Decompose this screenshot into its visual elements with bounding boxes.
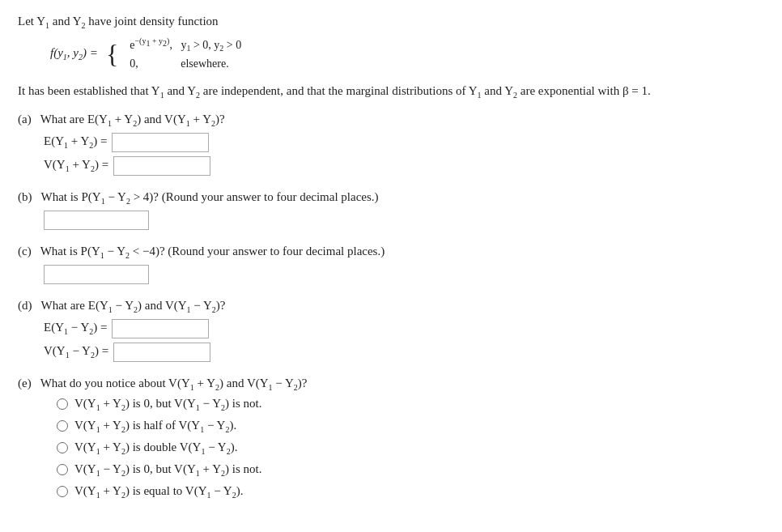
option-e-1[interactable]: V(Y1 + Y2) is 0, but V(Y1 − Y2) is not.: [57, 397, 764, 412]
option-e-4-text: V(Y1 − Y2) is 0, but V(Y1 + Y2) is not.: [74, 462, 261, 478]
part-c-label: (c) What is P(Y1 − Y2 < −4)? (Round your…: [18, 245, 764, 260]
and-word-4: and: [484, 84, 504, 97]
input-c-answer[interactable]: [44, 265, 149, 284]
option-e-2-text: V(Y1 + Y2) is half of V(Y1 − Y2).: [74, 419, 236, 434]
intro-line: Let Y1 and Y2 have joint density functio…: [18, 15, 764, 30]
input-a-expected[interactable]: [112, 133, 209, 152]
page-content: Let Y1 and Y2 have joint density functio…: [18, 15, 764, 500]
left-brace: {: [106, 41, 118, 67]
part-b-answer: [44, 211, 764, 230]
part-e-options: V(Y1 + Y2) is 0, but V(Y1 − Y2) is not. …: [57, 397, 764, 500]
radio-e-2[interactable]: [57, 420, 68, 432]
part-b-label: (b) What is P(Y1 − Y2 > 4)? (Round your …: [18, 190, 764, 206]
radio-e-1[interactable]: [57, 398, 68, 410]
formula-block: f(y1, y2) = { e−(y1 + y2), y1 > 0, y2 > …: [50, 35, 764, 74]
eq-a-2: V(Y1 + Y2) =: [44, 156, 764, 176]
established-text: It has been established that Y1 and Y2 a…: [18, 82, 764, 101]
eq-a-1: E(Y1 + Y2) =: [44, 133, 764, 152]
part-e: (e) What do you notice about V(Y1 + Y2) …: [18, 377, 764, 500]
option-e-5[interactable]: V(Y1 + Y2) is equal to V(Y1 − Y2).: [57, 484, 764, 500]
part-d-body: E(Y1 − Y2) = V(Y1 − Y2) =: [44, 319, 764, 362]
input-a-variance[interactable]: [113, 156, 210, 176]
eq-d-2-label: V(Y1 − Y2) =: [44, 344, 108, 360]
and-word-7: and: [227, 377, 247, 389]
case-2: 0, elsewhere.: [130, 55, 241, 73]
radio-e-5[interactable]: [57, 486, 68, 497]
eq-d-1-label: E(Y1 − Y2) =: [44, 321, 107, 336]
sub-y1: 1: [45, 21, 49, 30]
input-b-answer[interactable]: [44, 211, 149, 230]
eq-d-1: E(Y1 − Y2) =: [44, 319, 764, 338]
option-e-4[interactable]: V(Y1 − Y2) is 0, but V(Y1 + Y2) is not.: [57, 462, 764, 478]
and-word-2: and: [167, 84, 187, 97]
case-1: e−(y1 + y2), y1 > 0, y2 > 0: [130, 35, 241, 55]
radio-e-3[interactable]: [57, 442, 68, 453]
input-d-variance[interactable]: [113, 343, 210, 362]
part-d: (d) What are E(Y1 − Y2) and V(Y1 − Y2)? …: [18, 299, 764, 362]
and-word-3: and: [287, 84, 307, 97]
part-e-label: (e) What do you notice about V(Y1 + Y2) …: [18, 377, 764, 392]
option-e-2[interactable]: V(Y1 + Y2) is half of V(Y1 − Y2).: [57, 419, 764, 434]
piecewise-cases: e−(y1 + y2), y1 > 0, y2 > 0 0, elsewhere…: [130, 35, 241, 74]
option-e-3-text: V(Y1 + Y2) is double V(Y1 − Y2).: [74, 440, 237, 456]
part-a-body: E(Y1 + Y2) = V(Y1 + Y2) =: [44, 133, 764, 176]
and-word-5: and: [144, 113, 164, 126]
radio-e-4[interactable]: [57, 464, 68, 475]
func-name: f(y1, y2) =: [50, 46, 98, 62]
eq-a-1-label: E(Y1 + Y2) =: [44, 134, 107, 150]
and-word-6: and: [145, 299, 165, 312]
part-c-answer: [44, 265, 764, 284]
part-a: (a) What are E(Y1 + Y2) and V(Y1 + Y2)? …: [18, 113, 764, 176]
part-c: (c) What is P(Y1 − Y2 < −4)? (Round your…: [18, 245, 764, 284]
option-e-1-text: V(Y1 + Y2) is 0, but V(Y1 − Y2) is not.: [74, 397, 261, 412]
eq-d-2: V(Y1 − Y2) =: [44, 343, 764, 362]
and-word: and: [53, 15, 73, 28]
part-a-label: (a) What are E(Y1 + Y2) and V(Y1 + Y2)?: [18, 113, 764, 128]
part-d-label: (d) What are E(Y1 − Y2) and V(Y1 − Y2)?: [18, 299, 764, 314]
option-e-5-text: V(Y1 + Y2) is equal to V(Y1 − Y2).: [74, 484, 243, 500]
sub-y2: 2: [81, 21, 85, 30]
eq-a-2-label: V(Y1 + Y2) =: [44, 158, 108, 173]
option-e-3[interactable]: V(Y1 + Y2) is double V(Y1 − Y2).: [57, 440, 764, 456]
part-b: (b) What is P(Y1 − Y2 > 4)? (Round your …: [18, 190, 764, 230]
input-d-expected[interactable]: [112, 319, 209, 338]
